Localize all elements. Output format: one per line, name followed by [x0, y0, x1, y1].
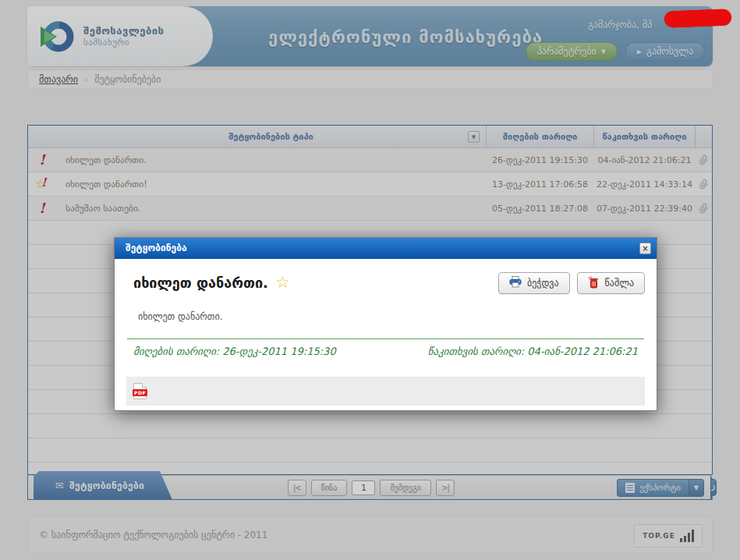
delete-button[interactable]: წაშლა [577, 272, 645, 294]
pdf-badge: PDF [133, 389, 147, 396]
modal-titlebar[interactable]: შეტყობინება × [115, 238, 657, 259]
delete-button-label: წაშლა [605, 278, 634, 289]
message-modal: შეტყობინება × იხილეთ დანართი. ☆ ბეჭდვა წ… [114, 237, 657, 411]
modal-dates: მიღების თარიღი: 26-დეკ-2011 19:15:30 წაკ… [133, 346, 638, 357]
modal-body-text: იხილეთ დანართი. [138, 311, 222, 322]
print-button[interactable]: ბეჭდვა [498, 272, 570, 294]
favorite-star-icon[interactable]: ☆ [275, 275, 290, 291]
pdf-attachment-icon[interactable]: PDF [133, 383, 147, 399]
modal-read-date: წაკითხვის თარიღი: 04-იან-2012 21:06:21 [428, 346, 638, 357]
print-button-label: ბეჭდვა [527, 278, 559, 289]
printer-icon [509, 276, 522, 290]
modal-received-date: მიღების თარიღი: 26-დეკ-2011 19:15:30 [133, 346, 336, 357]
close-icon[interactable]: × [639, 243, 651, 254]
redacted-username [664, 9, 732, 28]
modal-title: შეტყობინება [126, 243, 187, 253]
attachment-strip: PDF [126, 377, 645, 406]
modal-heading-text: იხილეთ დანართი. [133, 275, 268, 291]
trash-red-icon [588, 276, 600, 291]
modal-divider [127, 338, 644, 339]
modal-heading: იხილეთ დანართი. ☆ [133, 275, 290, 291]
modal-actions: ბეჭდვა წაშლა [498, 272, 645, 294]
